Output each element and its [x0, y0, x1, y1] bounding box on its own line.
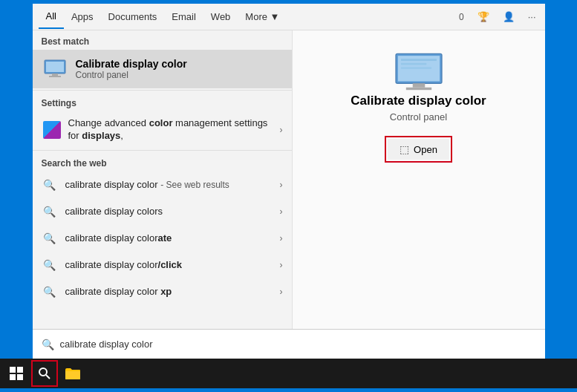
best-match-label: Best match: [33, 30, 292, 50]
tab-apps[interactable]: Apps: [64, 5, 101, 28]
monitor-large-icon: [393, 53, 445, 94]
tab-more[interactable]: More ▼: [238, 5, 287, 28]
svg-rect-7: [405, 88, 431, 90]
svg-rect-9: [400, 63, 426, 65]
web-chevron-icon-2: ›: [280, 206, 283, 217]
search-bar-icon: 🔍: [42, 339, 54, 350]
web-search-icon-3: 🔍: [42, 230, 58, 246]
best-match-title: Calibrate display color: [76, 58, 187, 70]
divider-1: [33, 90, 292, 91]
taskbar-search-icon: [39, 368, 50, 379]
web-item-2[interactable]: 🔍 calibrate display colors ›: [33, 198, 292, 225]
tabs-bar: All Apps Documents Email Web More ▼ 0 🏆 …: [33, 4, 545, 30]
search-input[interactable]: [60, 339, 536, 350]
svg-rect-3: [49, 76, 61, 77]
svg-rect-6: [412, 83, 425, 88]
left-panel: Best match Calibrate display color Contr…: [33, 30, 293, 329]
windows-start-button[interactable]: [3, 360, 30, 387]
web-search-icon-4: 🔍: [42, 257, 58, 273]
web-item-text-4: calibrate display color/click: [65, 259, 280, 270]
web-chevron-icon-1: ›: [280, 180, 283, 190]
svg-rect-11: [10, 367, 16, 373]
svg-rect-8: [400, 59, 436, 61]
tab-email[interactable]: Email: [164, 5, 203, 28]
best-match-icon: [42, 56, 68, 82]
main-content: Best match Calibrate display color Contr…: [33, 30, 545, 329]
tab-all[interactable]: All: [39, 4, 64, 29]
taskbar: [0, 359, 577, 388]
web-chevron-icon-3: ›: [280, 233, 283, 244]
windows-logo-icon: [10, 367, 23, 380]
web-chevron-icon-5: ›: [280, 287, 283, 297]
svg-rect-10: [400, 67, 431, 69]
folder-icon: [65, 367, 81, 380]
search-bar: 🔍: [33, 329, 545, 359]
open-button-wrapper: ⬚ Open: [385, 136, 452, 163]
settings-color-icon: [42, 120, 62, 140]
svg-rect-13: [10, 374, 16, 380]
web-item-3[interactable]: 🔍 calibrate display colorate ›: [33, 225, 292, 252]
web-item-4[interactable]: 🔍 calibrate display color/click ›: [33, 252, 292, 278]
right-panel: Calibrate display color Control panel ⬚ …: [293, 30, 545, 329]
web-search-icon-1: 🔍: [42, 177, 58, 193]
tab-web[interactable]: Web: [203, 5, 238, 28]
web-chevron-icon-4: ›: [280, 260, 283, 270]
web-item-1[interactable]: 🔍 calibrate display color - See web resu…: [33, 172, 292, 198]
web-item-text-1: calibrate display color - See web result…: [65, 179, 280, 190]
settings-item[interactable]: Change advanced color management setting…: [33, 111, 292, 148]
settings-chevron-icon: ›: [280, 125, 283, 135]
best-match-text: Calibrate display color Control panel: [76, 58, 187, 80]
open-btn-icon: ⬚: [400, 143, 409, 155]
tabs-actions: 0 🏆 👤 ···: [456, 10, 539, 24]
svg-rect-2: [52, 74, 58, 76]
web-item-5[interactable]: 🔍 calibrate display color xp ›: [33, 278, 292, 305]
svg-rect-1: [46, 62, 64, 72]
web-search-icon-5: 🔍: [42, 284, 58, 300]
taskbar-folder-button[interactable]: [59, 360, 86, 387]
svg-point-15: [39, 368, 47, 376]
search-web-label: Search the web: [33, 152, 292, 172]
more-icon[interactable]: ···: [525, 10, 539, 24]
svg-line-16: [46, 375, 50, 379]
open-button-label: Open: [414, 144, 437, 155]
svg-rect-14: [17, 374, 23, 380]
trophy-icon[interactable]: 🏆: [475, 10, 492, 24]
web-search-icon-2: 🔍: [42, 203, 58, 220]
open-button[interactable]: ⬚ Open: [388, 139, 449, 160]
taskbar-search-button[interactable]: [31, 360, 58, 387]
tab-documents[interactable]: Documents: [101, 5, 165, 28]
results-count: 0: [456, 10, 467, 24]
web-item-text-3: calibrate display colorate: [65, 232, 280, 244]
best-match-item[interactable]: Calibrate display color Control panel: [33, 50, 292, 88]
search-panel: All Apps Documents Email Web More ▼ 0 🏆 …: [33, 4, 545, 359]
settings-label: Settings: [33, 92, 292, 111]
right-panel-title: Calibrate display color: [351, 94, 486, 108]
monitor-small-icon: [43, 59, 67, 79]
person-icon[interactable]: 👤: [500, 10, 518, 24]
svg-rect-12: [17, 367, 23, 373]
best-match-subtitle: Control panel: [76, 70, 187, 80]
web-item-text-2: calibrate display colors: [65, 206, 280, 217]
right-panel-subtitle: Control panel: [390, 111, 447, 122]
settings-item-text: Change advanced color management setting…: [68, 117, 280, 143]
divider-2: [33, 150, 292, 151]
web-item-text-5: calibrate display color xp: [65, 286, 280, 297]
